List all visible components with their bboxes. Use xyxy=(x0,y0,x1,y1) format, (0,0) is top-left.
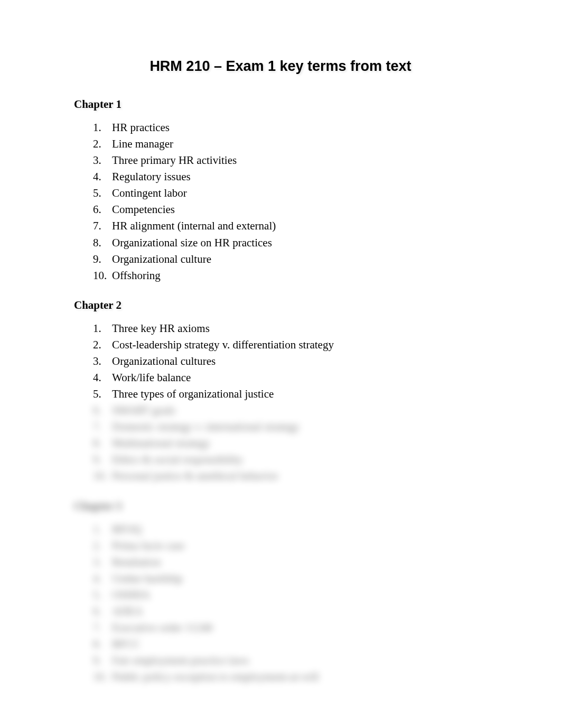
list-text: Personal justice & unethical behavior xyxy=(112,468,503,484)
list-item-blurred: 8.BFCC xyxy=(93,636,503,652)
list-number: 6. xyxy=(93,201,112,218)
list-text: OSHHA xyxy=(112,587,503,603)
list-item-blurred: 10.Public policy exception to employment… xyxy=(93,669,503,685)
list-text: Contingent labor xyxy=(112,185,503,201)
list-item: 1.HR practices xyxy=(93,119,503,136)
list-text: Competencies xyxy=(112,201,503,218)
list-item: 10.Offshoring xyxy=(93,268,503,284)
chapter-3-heading-blurred: Chapter 3 xyxy=(74,500,121,513)
list-item: 2.Cost-leadership strategy v. differenti… xyxy=(93,337,503,353)
list-item-blurred: 6.ADEA xyxy=(93,603,503,620)
list-number: 8. xyxy=(93,636,112,652)
list-item-blurred: 2.Prima facie case xyxy=(93,538,503,554)
list-text: HR alignment (internal and external) xyxy=(112,218,503,234)
list-number: 1. xyxy=(93,521,112,538)
list-text: Domestic strategy v. international strat… xyxy=(112,419,503,435)
list-text: SMART goals xyxy=(112,402,503,419)
list-number: 9. xyxy=(93,451,112,468)
chapter-2-list-blurred: 6.SMART goals 7.Domestic strategy v. int… xyxy=(93,402,503,484)
list-text: Offshoring xyxy=(112,268,503,284)
list-text: Multinational strategy xyxy=(112,435,503,451)
list-number: 4. xyxy=(93,570,112,587)
list-item: 4.Work/life balance xyxy=(93,370,503,386)
list-number: 8. xyxy=(93,435,112,451)
list-item: 6.Competencies xyxy=(93,201,503,218)
list-number: 8. xyxy=(93,235,112,251)
list-text: Regulatory issues xyxy=(112,169,503,185)
chapter-1-list: 1.HR practices 2.Line manager 3.Three pr… xyxy=(93,119,503,284)
list-text: BFCC xyxy=(112,636,503,652)
list-text: Three key HR axioms xyxy=(112,320,503,337)
list-number: 7. xyxy=(93,620,112,636)
list-text: Organizational size on HR practices xyxy=(112,235,503,251)
list-item: 3.Organizational cultures xyxy=(93,353,503,370)
list-text: Organizational culture xyxy=(112,251,503,268)
list-text: Cost-leadership strategy v. differentiat… xyxy=(112,337,503,353)
list-item: 4.Regulatory issues xyxy=(93,169,503,185)
list-number: 3. xyxy=(93,152,112,169)
list-item-blurred: 7.Executive order 11246 xyxy=(93,620,503,636)
list-text: Work/life balance xyxy=(112,370,503,386)
list-text: Fair employment practice laws xyxy=(112,652,503,669)
list-number: 7. xyxy=(93,218,112,234)
page-title: HRM 210 – Exam 1 key terms from text xyxy=(58,58,503,75)
list-item: 1.Three key HR axioms xyxy=(93,320,503,337)
list-text: Ethics & social responsibility xyxy=(112,451,503,468)
list-number: 1. xyxy=(93,320,112,337)
list-item-blurred: 9.Ethics & social responsibility xyxy=(93,451,503,468)
list-item: 3.Three primary HR activities xyxy=(93,152,503,169)
list-number: 3. xyxy=(93,353,112,370)
list-text: Three primary HR activities xyxy=(112,152,503,169)
list-text: Retaliation xyxy=(112,554,503,570)
list-item-blurred: 1.BFOQ xyxy=(93,521,503,538)
list-number: 4. xyxy=(93,370,112,386)
list-item-blurred: 5.OSHHA xyxy=(93,587,503,603)
list-item: 9.Organizational culture xyxy=(93,251,503,268)
list-number: 9. xyxy=(93,251,112,268)
chapter-2-block: Chapter 2 1.Three key HR axioms 2.Cost-l… xyxy=(74,294,503,485)
list-item-blurred: 7.Domestic strategy v. international str… xyxy=(93,419,503,435)
list-item-blurred: 4.Undue hardship xyxy=(93,570,503,587)
list-number: 7. xyxy=(93,419,112,435)
list-number: 4. xyxy=(93,169,112,185)
list-item-blurred: 3.Retaliation xyxy=(93,554,503,570)
chapter-3-block: Chapter 3 1.BFOQ 2.Prima facie case 3.Re… xyxy=(74,495,503,686)
list-text: Three types of organizational justice xyxy=(112,386,503,402)
list-item-blurred: 10.Personal justice & unethical behavior xyxy=(93,468,503,484)
list-text: Prima facie case xyxy=(112,538,503,554)
list-item: 8.Organizational size on HR practices xyxy=(93,235,503,251)
list-number: 10. xyxy=(93,268,112,284)
list-text: Undue hardship xyxy=(112,570,503,587)
chapter-1-block: Chapter 1 1.HR practices 2.Line manager … xyxy=(74,94,503,284)
list-number: 3. xyxy=(93,554,112,570)
list-text: HR practices xyxy=(112,119,503,136)
list-number: 2. xyxy=(93,136,112,152)
list-number: 6. xyxy=(93,402,112,419)
list-text: BFOQ xyxy=(112,521,503,538)
list-text: ADEA xyxy=(112,603,503,620)
list-number: 10. xyxy=(93,468,112,484)
list-text: Line manager xyxy=(112,136,503,152)
list-number: 2. xyxy=(93,538,112,554)
chapter-2-list: 1.Three key HR axioms 2.Cost-leadership … xyxy=(93,320,503,402)
list-number: 9. xyxy=(93,652,112,669)
list-item-blurred: 6.SMART goals xyxy=(93,402,503,419)
list-number: 5. xyxy=(93,185,112,201)
list-text: Executive order 11246 xyxy=(112,620,503,636)
list-item: 5.Three types of organizational justice xyxy=(93,386,503,402)
list-number: 2. xyxy=(93,337,112,353)
list-item-blurred: 9.Fair employment practice laws xyxy=(93,652,503,669)
chapter-2-heading: Chapter 2 xyxy=(74,299,121,312)
list-item: 7.HR alignment (internal and external) xyxy=(93,218,503,234)
list-text: Public policy exception to employment-at… xyxy=(112,669,503,685)
list-number: 5. xyxy=(93,386,112,402)
list-number: 10. xyxy=(93,669,112,685)
list-item-blurred: 8.Multinational strategy xyxy=(93,435,503,451)
list-item: 5.Contingent labor xyxy=(93,185,503,201)
chapter-3-list-blurred: 1.BFOQ 2.Prima facie case 3.Retaliation … xyxy=(93,521,503,686)
list-number: 1. xyxy=(93,119,112,136)
list-number: 6. xyxy=(93,603,112,620)
chapter-1-heading: Chapter 1 xyxy=(74,98,121,111)
list-item: 2.Line manager xyxy=(93,136,503,152)
list-text: Organizational cultures xyxy=(112,353,503,370)
